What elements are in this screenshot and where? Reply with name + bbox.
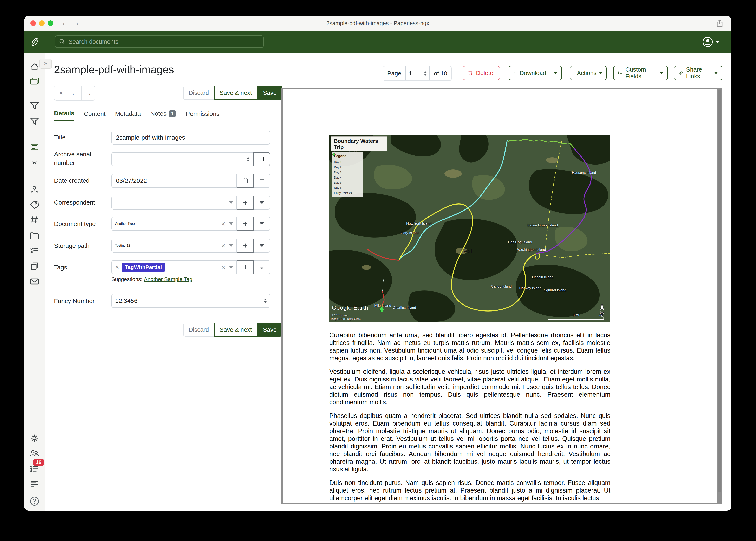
save-group-top: Discard Save & next Save (183, 86, 282, 100)
close-document-button[interactable]: × (54, 86, 68, 100)
page-stepper[interactable] (424, 71, 427, 76)
asn-plus-one-button[interactable]: +1 (253, 152, 270, 166)
person-icon (29, 184, 40, 195)
share-links-button[interactable]: Share Links (674, 66, 722, 80)
sidebar-item-logs[interactable] (29, 479, 40, 489)
sidebar-expand-button[interactable]: » (39, 59, 52, 69)
download-caret-button[interactable] (550, 66, 557, 80)
legend-item: Day 2 (334, 165, 361, 170)
chevron-down-icon (229, 223, 233, 225)
page-number-input[interactable] (408, 70, 422, 77)
save-button[interactable]: Save (257, 323, 282, 337)
sidebar-item-saved-view-1[interactable] (29, 100, 40, 111)
delete-button-label: Delete (476, 70, 493, 77)
tab-metadata[interactable]: Metadata (115, 110, 141, 121)
date-created-label: Date created (54, 177, 90, 184)
document-type-add-button[interactable] (237, 217, 254, 231)
map-copyright-2: Image © 2017 DigitalGlobe (331, 317, 361, 320)
title-input[interactable] (111, 131, 270, 145)
tags-select[interactable]: × TagWithPartial × (111, 260, 237, 274)
sidebar-item-custom-fields[interactable] (29, 246, 40, 256)
document-type-filter-button[interactable] (254, 217, 270, 231)
legend-item: Entry Point 24 (334, 190, 361, 196)
fancy-number-input[interactable]: 12.3456 (111, 294, 270, 308)
download-split-button[interactable]: Download (509, 66, 562, 80)
map-place-label: Half Dog Island (508, 240, 532, 244)
sidebar-item-help[interactable] (29, 496, 40, 506)
plus-icon (242, 264, 248, 270)
sidebar-item-dashboard[interactable] (29, 62, 40, 72)
actions-button[interactable]: Actions (570, 66, 607, 80)
storage-path-value: Testing 12 (115, 244, 221, 248)
sidebar-item-storage-paths[interactable] (29, 231, 40, 241)
tags-filter-button[interactable] (254, 260, 270, 274)
search-input[interactable] (68, 38, 260, 45)
discard-button[interactable]: Discard (183, 323, 214, 337)
document-paragraph: Curabitur bibendum ante urna, sed blandi… (329, 331, 610, 362)
document-text: Curabitur bibendum ante urna, sed blandi… (329, 331, 610, 503)
sidebar-item-documents[interactable] (29, 76, 40, 87)
discard-button[interactable]: Discard (183, 86, 214, 100)
legend-item-label: Day 3 (334, 171, 342, 174)
clear-icon[interactable]: × (221, 242, 225, 250)
chevron-down-icon (229, 266, 233, 269)
date-created-input[interactable] (111, 174, 237, 188)
date-picker-button[interactable] (237, 174, 254, 188)
sidebar-item-saved-views[interactable] (29, 261, 40, 271)
tab-content[interactable]: Content (84, 110, 105, 121)
legend-item-label: Entry Point 24 (334, 191, 352, 195)
tag-chip[interactable]: TagWithPartial (122, 263, 165, 272)
scale-label: 3 mi (573, 313, 579, 317)
share-icon[interactable] (715, 19, 724, 28)
tab-permissions[interactable]: Permissions (186, 110, 219, 121)
sidebar-item-document-types[interactable] (29, 215, 40, 225)
paperless-logo-icon[interactable] (29, 36, 40, 47)
user-menu[interactable] (702, 36, 719, 47)
sidebar-item-users-groups[interactable] (29, 448, 40, 458)
notes-count-badge: 1 (169, 110, 176, 117)
map-legend: Legend Day 1Day 2Day 3Day 4Day 5Day 6Ent… (332, 152, 363, 197)
correspondent-filter-button[interactable] (254, 196, 270, 210)
storage-path-add-button[interactable] (237, 239, 254, 253)
next-document-button[interactable]: → (81, 86, 95, 100)
fancy-number-stepper[interactable] (264, 299, 267, 303)
tab-details[interactable]: Details (54, 110, 74, 122)
plus-icon (242, 243, 248, 249)
delete-button[interactable]: Delete (463, 66, 500, 80)
save-and-next-button[interactable]: Save & next (214, 323, 257, 337)
suggestion-link[interactable]: Another Sample Tag (144, 276, 193, 282)
save-and-next-button[interactable]: Save & next (214, 86, 257, 100)
clear-icon[interactable]: × (221, 263, 225, 271)
compass-label: N (599, 312, 602, 317)
asn-field-label: Archive serial number (54, 150, 102, 167)
window-title: 2sample-pdf-with-images - Paperless-ngx (24, 16, 731, 31)
storage-path-select[interactable]: Testing 12 × (111, 239, 237, 253)
tab-notes[interactable]: Notes1 (150, 110, 176, 121)
asn-input[interactable] (111, 152, 253, 166)
sidebar-item-correspondents[interactable] (29, 184, 40, 195)
save-button[interactable]: Save (257, 86, 282, 100)
sidebar-item-settings[interactable] (29, 433, 40, 443)
sidebar-item-tags[interactable] (29, 200, 40, 210)
document-type-select[interactable]: Another Type × (111, 217, 237, 231)
correspondent-select[interactable] (111, 196, 237, 210)
tags-add-button[interactable] (237, 260, 254, 274)
sidebar-item-saved-view-2[interactable] (29, 116, 40, 126)
custom-fields-button[interactable]: Custom Fields (613, 66, 668, 80)
sidebar-item-mail[interactable] (29, 276, 40, 286)
sidebar-item-open-document[interactable] (29, 142, 40, 152)
question-icon (29, 496, 40, 506)
remove-tag-icon[interactable]: × (115, 264, 119, 271)
share-links-button-label: Share Links (686, 66, 712, 80)
gear-icon (29, 433, 40, 443)
tree-icon (332, 152, 336, 156)
actions-button-label: Actions (577, 70, 597, 77)
asn-stepper[interactable] (247, 157, 250, 162)
sidebar-close-document-button[interactable] (29, 158, 40, 168)
correspondent-add-button[interactable] (237, 196, 254, 210)
storage-path-filter-button[interactable] (254, 239, 270, 253)
previous-document-button[interactable]: ← (68, 86, 81, 100)
clear-icon[interactable]: × (221, 220, 225, 228)
preview-scrollbar[interactable] (718, 90, 721, 492)
date-suggestions-button[interactable] (254, 174, 270, 188)
